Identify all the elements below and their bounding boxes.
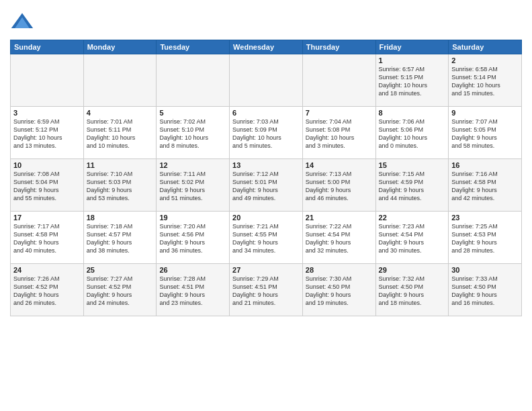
- weekday-header-monday: Monday: [83, 40, 157, 54]
- calendar-cell: 11Sunrise: 7:10 AM Sunset: 5:03 PM Dayli…: [83, 159, 157, 212]
- day-info: Sunrise: 7:28 AM Sunset: 4:51 PM Dayligh…: [159, 275, 226, 308]
- day-number: 16: [451, 161, 519, 169]
- day-number: 13: [232, 161, 300, 169]
- day-number: 4: [87, 109, 154, 117]
- day-number: 23: [451, 214, 519, 222]
- day-info: Sunrise: 7:32 AM Sunset: 4:50 PM Dayligh…: [379, 275, 446, 308]
- calendar-cell: 15Sunrise: 7:15 AM Sunset: 4:59 PM Dayli…: [375, 159, 449, 212]
- calendar-cell: 17Sunrise: 7:17 AM Sunset: 4:58 PM Dayli…: [11, 212, 84, 264]
- day-number: 7: [306, 109, 373, 117]
- calendar-cell: 23Sunrise: 7:25 AM Sunset: 4:53 PM Dayli…: [449, 212, 522, 264]
- calendar-cell: 5Sunrise: 7:02 AM Sunset: 5:10 PM Daylig…: [157, 107, 230, 159]
- day-info: Sunrise: 6:57 AM Sunset: 5:15 PM Dayligh…: [379, 65, 446, 98]
- calendar-cell: 3Sunrise: 6:59 AM Sunset: 5:12 PM Daylig…: [11, 107, 84, 159]
- day-info: Sunrise: 6:58 AM Sunset: 5:14 PM Dayligh…: [451, 65, 519, 98]
- day-number: 12: [159, 161, 226, 169]
- day-info: Sunrise: 7:03 AM Sunset: 5:09 PM Dayligh…: [232, 118, 300, 150]
- calendar-cell: 16Sunrise: 7:16 AM Sunset: 4:58 PM Dayli…: [449, 159, 522, 212]
- calendar-cell: 12Sunrise: 7:11 AM Sunset: 5:02 PM Dayli…: [157, 159, 230, 212]
- calendar-header: SundayMondayTuesdayWednesdayThursdayFrid…: [11, 40, 522, 54]
- day-number: 20: [232, 214, 300, 222]
- calendar-cell: 30Sunrise: 7:33 AM Sunset: 4:50 PM Dayli…: [449, 264, 522, 316]
- calendar-cell: 2Sunrise: 6:58 AM Sunset: 5:14 PM Daylig…: [449, 54, 522, 107]
- day-number: 19: [159, 214, 226, 222]
- day-info: Sunrise: 7:22 AM Sunset: 4:54 PM Dayligh…: [306, 222, 373, 255]
- day-number: 15: [379, 161, 446, 169]
- day-info: Sunrise: 6:59 AM Sunset: 5:12 PM Dayligh…: [13, 118, 81, 150]
- day-number: 24: [13, 266, 81, 274]
- day-info: Sunrise: 7:27 AM Sunset: 4:52 PM Dayligh…: [87, 275, 154, 308]
- weekday-header-sunday: Sunday: [11, 40, 84, 54]
- day-info: Sunrise: 7:13 AM Sunset: 5:00 PM Dayligh…: [306, 170, 373, 203]
- day-number: 6: [232, 109, 300, 117]
- calendar-cell: 26Sunrise: 7:28 AM Sunset: 4:51 PM Dayli…: [157, 264, 230, 316]
- day-number: 28: [306, 266, 373, 274]
- day-info: Sunrise: 7:11 AM Sunset: 5:02 PM Dayligh…: [159, 170, 226, 203]
- calendar-cell: 25Sunrise: 7:27 AM Sunset: 4:52 PM Dayli…: [83, 264, 157, 316]
- day-number: 30: [451, 266, 519, 274]
- day-number: 26: [159, 266, 226, 274]
- day-info: Sunrise: 7:06 AM Sunset: 5:06 PM Dayligh…: [379, 118, 446, 150]
- day-info: Sunrise: 7:18 AM Sunset: 4:57 PM Dayligh…: [87, 222, 154, 255]
- calendar-cell: 18Sunrise: 7:18 AM Sunset: 4:57 PM Dayli…: [83, 212, 157, 264]
- day-number: 27: [232, 266, 300, 274]
- weekday-header-wednesday: Wednesday: [230, 40, 303, 54]
- day-number: 3: [13, 109, 81, 117]
- day-number: 29: [379, 266, 446, 274]
- day-info: Sunrise: 7:08 AM Sunset: 5:04 PM Dayligh…: [13, 170, 81, 203]
- logo: [10, 10, 37, 34]
- weekday-header-saturday: Saturday: [449, 40, 522, 54]
- day-info: Sunrise: 7:26 AM Sunset: 4:52 PM Dayligh…: [13, 275, 81, 308]
- week-row-3: 10Sunrise: 7:08 AM Sunset: 5:04 PM Dayli…: [11, 159, 522, 212]
- logo-icon: [10, 10, 34, 34]
- calendar-cell: 21Sunrise: 7:22 AM Sunset: 4:54 PM Dayli…: [302, 212, 375, 264]
- calendar-cell: [11, 54, 84, 107]
- calendar-cell: 20Sunrise: 7:21 AM Sunset: 4:55 PM Dayli…: [230, 212, 303, 264]
- calendar-cell: 4Sunrise: 7:01 AM Sunset: 5:11 PM Daylig…: [83, 107, 157, 159]
- weekday-header-thursday: Thursday: [302, 40, 375, 54]
- week-row-5: 24Sunrise: 7:26 AM Sunset: 4:52 PM Dayli…: [11, 264, 522, 316]
- day-info: Sunrise: 7:17 AM Sunset: 4:58 PM Dayligh…: [13, 222, 81, 255]
- day-info: Sunrise: 7:21 AM Sunset: 4:55 PM Dayligh…: [232, 222, 300, 255]
- day-info: Sunrise: 7:07 AM Sunset: 5:05 PM Dayligh…: [451, 118, 519, 150]
- day-number: 8: [379, 109, 446, 117]
- calendar-cell: 8Sunrise: 7:06 AM Sunset: 5:06 PM Daylig…: [375, 107, 449, 159]
- week-row-1: 1Sunrise: 6:57 AM Sunset: 5:15 PM Daylig…: [11, 54, 522, 107]
- calendar-cell: 14Sunrise: 7:13 AM Sunset: 5:00 PM Dayli…: [302, 159, 375, 212]
- week-row-4: 17Sunrise: 7:17 AM Sunset: 4:58 PM Dayli…: [11, 212, 522, 264]
- day-number: 17: [13, 214, 81, 222]
- calendar-cell: 22Sunrise: 7:23 AM Sunset: 4:54 PM Dayli…: [375, 212, 449, 264]
- day-number: 18: [87, 214, 154, 222]
- calendar-cell: [230, 54, 303, 107]
- day-number: 5: [159, 109, 226, 117]
- day-info: Sunrise: 7:25 AM Sunset: 4:53 PM Dayligh…: [451, 222, 519, 255]
- day-number: 11: [87, 161, 154, 169]
- calendar-cell: [83, 54, 157, 107]
- day-number: 9: [451, 109, 519, 117]
- day-info: Sunrise: 7:01 AM Sunset: 5:11 PM Dayligh…: [87, 118, 154, 150]
- page: SundayMondayTuesdayWednesdayThursdayFrid…: [0, 0, 532, 411]
- day-info: Sunrise: 7:23 AM Sunset: 4:54 PM Dayligh…: [379, 222, 446, 255]
- calendar-cell: 27Sunrise: 7:29 AM Sunset: 4:51 PM Dayli…: [230, 264, 303, 316]
- calendar-cell: 13Sunrise: 7:12 AM Sunset: 5:01 PM Dayli…: [230, 159, 303, 212]
- calendar-cell: 29Sunrise: 7:32 AM Sunset: 4:50 PM Dayli…: [375, 264, 449, 316]
- day-info: Sunrise: 7:16 AM Sunset: 4:58 PM Dayligh…: [451, 170, 519, 203]
- calendar-cell: [302, 54, 375, 107]
- day-number: 14: [306, 161, 373, 169]
- calendar-cell: 7Sunrise: 7:04 AM Sunset: 5:08 PM Daylig…: [302, 107, 375, 159]
- day-info: Sunrise: 7:15 AM Sunset: 4:59 PM Dayligh…: [379, 170, 446, 203]
- calendar-cell: 28Sunrise: 7:30 AM Sunset: 4:50 PM Dayli…: [302, 264, 375, 316]
- day-number: 25: [87, 266, 154, 274]
- day-number: 2: [451, 56, 519, 64]
- calendar-table: SundayMondayTuesdayWednesdayThursdayFrid…: [10, 40, 522, 316]
- day-info: Sunrise: 7:29 AM Sunset: 4:51 PM Dayligh…: [232, 275, 300, 308]
- day-info: Sunrise: 7:20 AM Sunset: 4:56 PM Dayligh…: [159, 222, 226, 255]
- calendar-cell: 1Sunrise: 6:57 AM Sunset: 5:15 PM Daylig…: [375, 54, 449, 107]
- calendar-cell: 19Sunrise: 7:20 AM Sunset: 4:56 PM Dayli…: [157, 212, 230, 264]
- header: [10, 7, 522, 34]
- calendar-cell: 24Sunrise: 7:26 AM Sunset: 4:52 PM Dayli…: [11, 264, 84, 316]
- calendar-cell: 6Sunrise: 7:03 AM Sunset: 5:09 PM Daylig…: [230, 107, 303, 159]
- day-info: Sunrise: 7:02 AM Sunset: 5:10 PM Dayligh…: [159, 118, 226, 150]
- calendar-body: 1Sunrise: 6:57 AM Sunset: 5:15 PM Daylig…: [11, 54, 522, 316]
- weekday-header-tuesday: Tuesday: [157, 40, 230, 54]
